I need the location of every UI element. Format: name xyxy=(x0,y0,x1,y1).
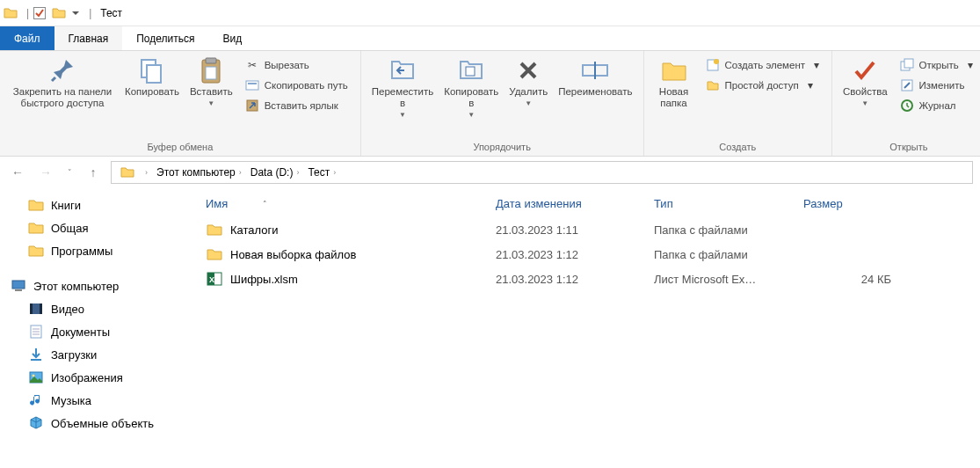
ribbon-group-clipboard: Закрепить на панели быстрого доступа Коп… xyxy=(0,51,361,156)
paste-button[interactable]: Вставить ▼ xyxy=(185,55,238,109)
breadcrumb-box[interactable]: › Этот компьютер› Data (D:)› Тест› xyxy=(111,161,973,184)
document-icon xyxy=(28,324,44,340)
svg-rect-27 xyxy=(31,359,41,361)
crumb-drive[interactable]: Data (D:)› xyxy=(247,166,303,179)
sidebar-item[interactable]: Книги xyxy=(0,194,193,216)
sidebar-item[interactable]: Объемные объекть xyxy=(0,412,193,435)
back-button[interactable]: ← xyxy=(7,162,28,183)
sidebar-item[interactable]: Загрузки xyxy=(0,343,193,366)
crumb-folder[interactable]: Тест› xyxy=(304,166,339,179)
chevron-down-icon: ▼ xyxy=(861,99,868,107)
sidebar-item[interactable]: Изображения xyxy=(0,366,193,389)
column-date[interactable]: Дата изменения xyxy=(496,197,654,210)
open-button[interactable]: Открыть▾ xyxy=(897,56,976,74)
computer-icon xyxy=(11,278,26,294)
sidebar-label: Изображения xyxy=(51,371,123,384)
column-type[interactable]: Тип xyxy=(654,197,803,210)
chevron-down-icon: ▼ xyxy=(399,111,406,119)
group-label-clipboard: Буфер обмена xyxy=(5,142,355,154)
folder-icon xyxy=(28,197,44,213)
crumb-chevron[interactable]: › xyxy=(140,168,151,177)
paste-shortcut-button[interactable]: Вставить ярлык xyxy=(242,97,352,114)
chevron-down-icon: ▾ xyxy=(814,59,819,71)
rename-button[interactable]: Переименовать xyxy=(553,55,637,99)
new-folder-button[interactable]: Новая папка xyxy=(650,55,699,111)
file-row[interactable]: XШифры.xlsm21.03.2023 1:12Лист Microsoft… xyxy=(206,267,968,291)
shortcut-icon xyxy=(245,99,259,113)
address-bar: ← → ˅ ↑ › Этот компьютер› Data (D:)› Тес… xyxy=(0,157,980,188)
ribbon-group-new: Новая папка Создать элемент▾ Простой дос… xyxy=(644,51,833,156)
history-button[interactable]: Журнал xyxy=(897,97,976,114)
copy-to-icon xyxy=(457,56,485,84)
scissors-icon: ✂ xyxy=(245,58,259,72)
sidebar-item[interactable]: Музыка xyxy=(0,389,193,412)
forward-button[interactable]: → xyxy=(35,162,56,183)
up-button[interactable]: ↑ xyxy=(83,162,104,183)
tab-file[interactable]: Файл xyxy=(0,26,54,50)
file-row[interactable]: Новая выборка файлов21.03.2023 1:12Папка… xyxy=(206,242,968,267)
chevron-down-icon: ▾ xyxy=(808,79,813,91)
pin-icon xyxy=(48,56,76,84)
new-item-button[interactable]: Создать элемент▾ xyxy=(702,56,824,74)
cut-button[interactable]: ✂Вырезать xyxy=(242,56,352,74)
open-icon xyxy=(900,58,914,72)
dropdown-icon[interactable] xyxy=(71,6,80,20)
file-row[interactable]: Каталоги21.03.2023 1:11Папка с файлами xyxy=(206,217,968,242)
main-area: КнигиОбщаяПрограммыЭтот компьютерВидеоДо… xyxy=(0,188,980,468)
tab-share[interactable]: Поделиться xyxy=(122,26,208,50)
sidebar-item[interactable]: Общая xyxy=(0,216,193,239)
column-name[interactable]: Имя˄ xyxy=(206,197,496,210)
pin-button[interactable]: Закрепить на панели быстрого доступа xyxy=(5,55,120,111)
recent-dropdown[interactable]: ˅ xyxy=(63,162,76,183)
pin-label: Закрепить на панели быстрого доступа xyxy=(13,86,112,109)
file-date: 21.03.2023 1:11 xyxy=(496,223,654,237)
sidebar-label: Документы xyxy=(51,325,110,339)
separator: | xyxy=(26,7,29,19)
copy-to-button[interactable]: Копировать в ▼ xyxy=(439,55,504,121)
svg-rect-21 xyxy=(30,303,33,314)
copy-path-button[interactable]: Скопировать путь xyxy=(242,77,352,94)
tab-home[interactable]: Главная xyxy=(54,26,123,50)
tab-view[interactable]: Вид xyxy=(208,26,256,50)
sidebar-label: Загрузки xyxy=(51,348,97,362)
move-to-icon xyxy=(388,56,417,84)
content: Имя˄ Дата изменения Тип Размер Каталоги2… xyxy=(193,188,980,468)
separator: | xyxy=(89,7,91,19)
copy-button[interactable]: Копировать xyxy=(120,55,185,99)
folder-new-icon xyxy=(660,56,688,84)
properties-button[interactable]: Свойства ▼ xyxy=(838,55,893,109)
svg-rect-19 xyxy=(15,289,22,291)
move-to-button[interactable]: Переместить в ▼ xyxy=(367,55,439,121)
video-icon xyxy=(28,301,44,317)
edit-button[interactable]: Изменить xyxy=(897,77,976,94)
rename-label: Переименовать xyxy=(558,86,632,98)
check-icon[interactable] xyxy=(33,6,47,20)
folder-icon xyxy=(117,165,138,179)
copy-label: Копировать xyxy=(125,86,179,98)
chevron-down-icon: ▼ xyxy=(207,99,214,107)
sidebar-item[interactable]: Видео xyxy=(0,297,193,320)
folder-icon xyxy=(28,243,44,259)
column-size[interactable]: Размер xyxy=(803,197,891,210)
file-type: Папка с файлами xyxy=(654,223,803,237)
history-icon xyxy=(900,99,914,113)
crumb-computer[interactable]: Этот компьютер› xyxy=(153,166,245,179)
check-icon xyxy=(851,56,879,84)
easy-access-icon xyxy=(706,78,720,92)
file-type: Папка с файлами xyxy=(654,248,803,261)
sidebar-label: Книги xyxy=(51,199,81,212)
easy-access-button[interactable]: Простой доступ▾ xyxy=(702,77,824,94)
new-folder-label: Новая папка xyxy=(659,86,688,109)
svg-rect-6 xyxy=(246,81,258,90)
file-type: Лист Microsoft Ex… xyxy=(654,273,803,286)
file-name: Каталоги xyxy=(230,223,496,237)
move-to-label: Переместить в xyxy=(372,86,433,109)
delete-button[interactable]: Удалить ▼ xyxy=(504,55,553,109)
sidebar-item[interactable]: Документы xyxy=(0,320,193,343)
sidebar-item[interactable]: Этот компьютер xyxy=(0,274,193,297)
sidebar-label: Объемные объекть xyxy=(51,417,154,430)
music-icon xyxy=(28,392,44,408)
svg-rect-22 xyxy=(40,303,42,314)
file-list: Каталоги21.03.2023 1:11Папка с файламиНо… xyxy=(206,217,968,291)
sidebar-item[interactable]: Программы xyxy=(0,239,193,262)
